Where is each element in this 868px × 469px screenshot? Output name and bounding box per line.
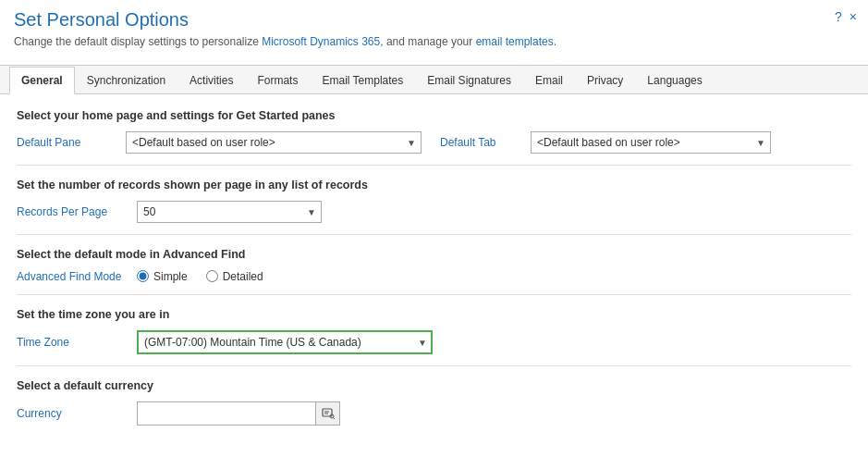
divider-3 (17, 294, 851, 295)
default-tab-label: Default Tab (440, 136, 523, 149)
dialog-controls: ? × (835, 9, 857, 24)
records-per-page-label: Records Per Page (17, 205, 137, 218)
tab-email-templates[interactable]: Email Templates (310, 67, 415, 93)
default-tab-field: Default Tab <Default based on user role>… (440, 131, 771, 154)
divider-2 (17, 234, 851, 235)
default-pane-select[interactable]: <Default based on user role> (126, 131, 422, 154)
divider-1 (17, 165, 851, 166)
advanced-find-row: Advanced Find Mode Simple Detailed (17, 270, 851, 283)
tab-email-signatures[interactable]: Email Signatures (415, 67, 523, 93)
divider-4 (17, 365, 851, 366)
radio-simple-input[interactable] (137, 270, 149, 282)
dialog-header: Set Personal Options Change the default … (0, 0, 868, 56)
default-pane-label: Default Pane (17, 136, 118, 149)
radio-detailed-label: Detailed (223, 270, 263, 283)
default-tab-wrapper: <Default based on user role> ▼ (531, 131, 771, 154)
default-pane-wrapper: <Default based on user role> ▼ (126, 131, 422, 154)
radio-simple-label: Simple (153, 270, 188, 283)
records-per-page-wrapper: 50 25 75 100 250 ▼ (137, 201, 322, 223)
tab-content-general: Select your home page and settings for G… (0, 94, 868, 452)
currency-input[interactable] (138, 403, 315, 424)
tab-general[interactable]: General (9, 67, 75, 94)
records-per-page-select[interactable]: 50 25 75 100 250 (137, 201, 322, 223)
close-button[interactable]: × (850, 9, 857, 24)
timezone-select[interactable]: (GMT-07:00) Mountain Time (US & Canada) … (137, 330, 433, 354)
advanced-find-label: Advanced Find Mode (17, 270, 137, 283)
timezone-row: Time Zone (GMT-07:00) Mountain Time (US … (17, 330, 851, 354)
radio-simple[interactable]: Simple (137, 270, 188, 283)
tab-email[interactable]: Email (523, 67, 575, 93)
tab-activities[interactable]: Activities (177, 67, 245, 93)
currency-row: Currency (17, 401, 851, 426)
currency-label: Currency (17, 407, 137, 420)
svg-line-4 (333, 417, 335, 419)
page-title: Set Personal Options (14, 9, 854, 31)
section-title-currency: Select a default currency (17, 379, 851, 392)
tab-privacy[interactable]: Privacy (575, 67, 635, 93)
section-title-advanced-find: Select the default mode in Advanced Find (17, 248, 851, 261)
advanced-find-radio-group: Simple Detailed (137, 270, 263, 283)
lookup-icon (322, 408, 335, 419)
tab-languages[interactable]: Languages (635, 67, 714, 93)
section-title-timezone: Set the time zone you are in (17, 308, 851, 321)
currency-lookup-button[interactable] (315, 402, 339, 425)
radio-detailed[interactable]: Detailed (206, 270, 263, 283)
timezone-wrapper: (GMT-07:00) Mountain Time (US & Canada) … (137, 330, 433, 354)
records-per-page-row: Records Per Page 50 25 75 100 250 ▼ (17, 201, 851, 223)
tabs-bar: General Synchronization Activities Forma… (0, 65, 868, 94)
tab-formats[interactable]: Formats (245, 67, 310, 93)
section-title-records: Set the number of records shown per page… (17, 179, 851, 191)
tab-synchronization[interactable]: Synchronization (75, 67, 177, 93)
currency-input-wrap (137, 401, 340, 426)
help-button[interactable]: ? (835, 9, 842, 24)
section-title-homepage: Select your home page and settings for G… (17, 109, 851, 122)
default-tab-select[interactable]: <Default based on user role> (531, 131, 771, 154)
timezone-label: Time Zone (17, 336, 137, 349)
homepage-fields-row: Default Pane <Default based on user role… (17, 131, 851, 154)
radio-detailed-input[interactable] (206, 270, 218, 282)
page-subtitle: Change the default display settings to p… (14, 34, 854, 50)
